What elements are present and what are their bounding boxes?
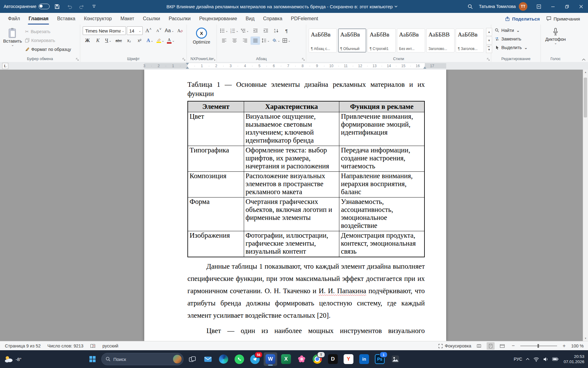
table-cell[interactable]: Фотографии, иллюстрации, графические эле…	[244, 231, 339, 257]
battery-icon[interactable]	[552, 357, 559, 361]
align-right-button[interactable]	[240, 36, 250, 45]
text-effects-button[interactable]: А⌄	[145, 36, 155, 45]
tab-design[interactable]: Конструктор	[80, 13, 115, 25]
weather-widget[interactable]: -8°	[4, 355, 21, 363]
scroll-up-arrow[interactable]: ▲	[583, 71, 588, 74]
autosave-switch-icon[interactable]	[39, 4, 50, 9]
restore-button[interactable]	[560, 0, 574, 13]
whatsapp-icon[interactable]	[232, 352, 246, 366]
scrollbar-thumb[interactable]	[584, 78, 587, 117]
style-item-4[interactable]: АаББВВЗаголово...	[426, 29, 454, 52]
share-button[interactable]: Поделиться	[505, 16, 540, 21]
scroll-down-arrow[interactable]: ▼	[583, 337, 588, 340]
autosave-toggle[interactable]: Автосохранение	[4, 4, 50, 9]
tab-review[interactable]: Рецензирование	[196, 13, 241, 25]
excel-icon[interactable]: X	[279, 352, 293, 366]
language-indicator[interactable]: русский	[102, 343, 118, 348]
highlight-color-button[interactable]: ⌄	[156, 36, 165, 45]
align-center-button[interactable]	[230, 36, 239, 45]
tab-help[interactable]: Справка	[259, 13, 286, 25]
strikethrough-button[interactable]: abc	[114, 36, 123, 45]
language-switch[interactable]: РУС	[514, 357, 522, 362]
table-cell[interactable]: Визуальное ощущение, вызываемое световым…	[244, 112, 339, 146]
tab-references[interactable]: Ссылки	[139, 13, 164, 25]
cut-button[interactable]: ✂ Вырезать	[24, 28, 72, 35]
photos-app-icon[interactable]	[389, 352, 402, 366]
tab-view[interactable]: Вид	[242, 13, 258, 25]
avatar[interactable]: ТТ	[519, 2, 527, 11]
search-box[interactable]: Поиск	[101, 353, 183, 365]
chrome-icon[interactable]: Т	[311, 352, 324, 366]
linkedin-icon[interactable]: in	[357, 352, 371, 366]
select-button[interactable]: Выделить⌄	[494, 44, 539, 52]
page-indicator[interactable]: Страница 9 из 52	[5, 343, 41, 348]
word-icon[interactable]: W	[264, 352, 277, 366]
collapse-ribbon-button[interactable]	[582, 58, 586, 61]
photoshop-icon[interactable]: Ps1	[373, 352, 386, 366]
increase-indent-button[interactable]	[261, 27, 270, 35]
borders-button[interactable]: ⌄	[282, 36, 291, 45]
zoom-out-button[interactable]: −	[510, 343, 517, 349]
font-size-select[interactable]: 14⌄	[127, 26, 143, 35]
tab-file[interactable]: Файл	[4, 13, 24, 25]
justify-button[interactable]	[251, 36, 260, 45]
decrease-indent-button[interactable]	[251, 27, 260, 35]
underline-button[interactable]: Ч⌄	[104, 36, 113, 45]
table-cell[interactable]: Типографика	[188, 146, 244, 172]
zoom-slider-thumb[interactable]	[537, 344, 539, 348]
tab-insert[interactable]: Вставка	[53, 13, 79, 25]
replace-button[interactable]: Заменить	[494, 35, 539, 43]
align-left-button[interactable]	[219, 36, 229, 45]
paragraph[interactable]: Данные таблицы 1 показывают, что каждый …	[187, 260, 425, 322]
table-cell[interactable]: Направление внимания, иерархия восприяти…	[339, 172, 424, 197]
customize-quick-access-button[interactable]	[89, 2, 99, 11]
clear-formatting-button[interactable]: А	[175, 27, 185, 35]
shading-button[interactable]: ⌄	[271, 36, 281, 45]
print-layout-button[interactable]	[487, 342, 495, 350]
ribbon-display-options-button[interactable]	[532, 0, 546, 13]
close-button[interactable]	[574, 0, 588, 13]
vertical-scrollbar[interactable]: ▲ ▼	[583, 70, 588, 341]
table-cell[interactable]: Расположение визуальных элементов в прос…	[244, 172, 339, 197]
left-indent-marker[interactable]	[186, 67, 189, 69]
tab-mailings[interactable]: Рассылки	[165, 13, 194, 25]
search-daily-image[interactable]	[173, 355, 182, 363]
paragraph-dialog-launcher[interactable]	[302, 58, 305, 61]
table-cell[interactable]: Узнаваемость, ассоциативность, эмоционал…	[339, 197, 424, 231]
zoom-in-button[interactable]: +	[561, 343, 567, 349]
nxpowerlite-dialog-launcher[interactable]	[213, 58, 216, 61]
undo-button[interactable]	[65, 2, 74, 11]
save-button[interactable]	[53, 2, 62, 11]
style-item-2[interactable]: АаБбВв¶ Строгий1	[368, 29, 396, 52]
table-cell[interactable]: Оформление текста: выбор шрифтов, их раз…	[244, 146, 339, 172]
italic-button[interactable]: К	[93, 36, 103, 45]
tab-pdfelement[interactable]: PDFelement	[287, 13, 322, 25]
table-cell[interactable]: Форма	[188, 197, 244, 231]
document-title[interactable]: ВКР Влияние дизайна рекламных материалов…	[99, 4, 466, 9]
bullets-button[interactable]: ⌄	[219, 27, 229, 35]
table-header-cell[interactable]: Элемент	[188, 101, 244, 112]
show-formatting-marks-button[interactable]: ¶	[282, 27, 291, 35]
font-color-button[interactable]: А ⌄	[166, 36, 175, 45]
table-cell[interactable]: Очертания графических объектов, включая …	[244, 197, 339, 231]
redo-button[interactable]	[77, 2, 86, 11]
clock[interactable]: 20:53 07.01.2026	[564, 354, 584, 364]
task-view-icon[interactable]	[186, 352, 199, 366]
paste-button[interactable]: Вставить ⌄	[2, 26, 23, 56]
comments-button[interactable]: Примечания	[546, 16, 580, 21]
dictate-button[interactable]: Диктофон ⌄	[543, 26, 568, 56]
superscript-button[interactable]: x²	[135, 36, 144, 45]
font-dialog-launcher[interactable]	[183, 58, 186, 61]
first-line-indent-marker[interactable]	[186, 63, 189, 65]
paragraph[interactable]: Цвет — один из наиболее мощных инструмен…	[187, 325, 425, 337]
ruler-strip[interactable]: 3211234567891011121314151617············…	[144, 63, 446, 68]
search-icon[interactable]	[466, 2, 475, 11]
proofing-icon[interactable]	[90, 344, 96, 348]
style-item-0[interactable]: АаБбВв¶ Абзац с...	[309, 29, 337, 52]
table-cell[interactable]: Демонстрация продукта, контекст, эмоцион…	[339, 231, 424, 257]
subscript-button[interactable]: x₂	[124, 36, 134, 45]
multilevel-list-button[interactable]: ⌄	[240, 27, 250, 35]
mail-app-icon[interactable]	[201, 352, 215, 366]
document-page[interactable]: Таблица 1 — Основные элементы дизайна ре…	[144, 70, 446, 341]
flower-app-icon[interactable]	[295, 352, 308, 366]
